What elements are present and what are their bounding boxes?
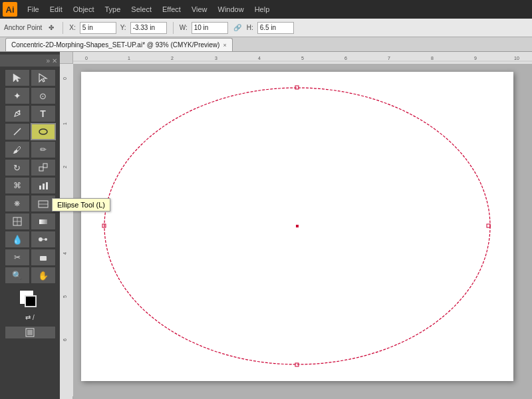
svg-text:6: 6 — [63, 338, 67, 341]
svg-text:5: 5 — [301, 56, 304, 61]
ruler-corner — [60, 52, 73, 64]
scissors-tool-button[interactable]: ✂ — [5, 249, 30, 266]
tool-row-1 — [5, 69, 56, 86]
menu-bar: Ai File Edit Object Type Select Effect V… — [0, 0, 532, 19]
app-logo: Ai — [3, 2, 17, 17]
svg-text:1: 1 — [63, 122, 67, 125]
toolbar: » ✕ ✦ ⊙ T — [0, 52, 60, 399]
svg-text:2: 2 — [171, 56, 174, 61]
svg-point-0 — [18, 110, 20, 112]
y-label: Y: — [120, 24, 126, 31]
constrain-icon[interactable]: 🔗 — [232, 23, 243, 33]
svg-text:3: 3 — [215, 56, 217, 61]
magic-wand-tool-button[interactable]: ✦ — [5, 87, 30, 104]
svg-rect-5 — [39, 186, 41, 190]
svg-text:7: 7 — [388, 56, 390, 61]
ellipse-tool-button[interactable] — [31, 123, 56, 140]
svg-text:0: 0 — [85, 56, 88, 61]
scale-tool-button[interactable] — [31, 159, 56, 176]
nil-icon: / — [33, 314, 35, 321]
anchor-point-label: Anchor Point — [4, 24, 42, 31]
svg-text:9: 9 — [474, 56, 477, 61]
h-input[interactable] — [257, 22, 294, 34]
tool-row-6: ↻ — [5, 159, 56, 176]
tool-row-8: ❋ — [5, 195, 56, 212]
menu-help[interactable]: Help — [250, 4, 275, 15]
lasso-tool-button[interactable]: ⊙ — [31, 87, 56, 104]
paintbrush-tool-button[interactable]: 🖌 — [5, 141, 30, 158]
rotate-tool-button[interactable]: ↻ — [5, 159, 30, 176]
h-label: H: — [247, 24, 253, 31]
x-input[interactable] — [80, 22, 116, 34]
anchor-point-icon: ✤ — [46, 23, 57, 33]
menu-select[interactable]: Select — [126, 4, 156, 15]
tool-row-3: T — [5, 105, 56, 122]
tool-row-7: ⌘ — [5, 177, 56, 194]
direct-selection-tool-button[interactable] — [31, 69, 56, 86]
pencil-tool-button[interactable]: ✏ — [31, 141, 56, 158]
hand-tool-button[interactable]: ✋ — [31, 267, 56, 284]
document-tab[interactable]: Concentric-2D-Morphing-Shapes_SET-UP.ai*… — [5, 38, 233, 51]
selection-tool-button[interactable] — [5, 69, 30, 86]
menu-effect[interactable]: Effect — [158, 4, 186, 15]
type-tool-button[interactable]: T — [31, 105, 56, 122]
w-label: W: — [180, 24, 188, 31]
control-bar: Anchor Point ✤ X: Y: W: 🔗 H: — [0, 19, 532, 37]
w-input[interactable] — [192, 22, 228, 34]
gradient-tool-button[interactable] — [31, 213, 56, 230]
svg-text:1: 1 — [128, 56, 130, 61]
document-canvas[interactable] — [81, 72, 513, 381]
svg-point-2 — [39, 129, 47, 134]
canvas-area[interactable]: 0 1 2 3 4 5 6 7 8 9 10 0 1 2 3 4 — [60, 52, 532, 399]
menu-window[interactable]: Window — [213, 4, 249, 15]
svg-text:0: 0 — [63, 77, 67, 80]
graph-tool-button[interactable] — [31, 177, 56, 194]
y-input[interactable] — [130, 22, 167, 34]
canvas-svg — [81, 72, 513, 381]
zoom-tool-button[interactable]: 🔍 — [5, 267, 30, 284]
svg-rect-4 — [43, 164, 47, 168]
eraser-tool-button[interactable] — [31, 249, 56, 266]
mesh-tool-button[interactable] — [5, 213, 30, 230]
svg-rect-19 — [27, 330, 33, 335]
svg-point-15 — [45, 238, 47, 241]
ruler-top: 0 1 2 3 4 5 6 7 8 9 10 — [73, 52, 532, 64]
screen-mode-button[interactable] — [5, 326, 56, 339]
column-graph-button[interactable] — [31, 195, 56, 212]
menu-file[interactable]: File — [23, 4, 44, 15]
eyedropper-tool-button[interactable]: 💧 — [5, 231, 30, 248]
tab-close-button[interactable]: × — [223, 42, 226, 49]
line-tool-button[interactable] — [5, 123, 30, 140]
svg-text:5: 5 — [63, 295, 67, 298]
menu-view[interactable]: View — [187, 4, 212, 15]
menu-type[interactable]: Type — [100, 4, 126, 15]
svg-rect-7 — [46, 182, 48, 190]
svg-text:4: 4 — [63, 252, 67, 255]
svg-text:8: 8 — [431, 56, 434, 61]
blend-tool-button[interactable] — [31, 231, 56, 248]
tool-row-2: ✦ ⊙ — [5, 87, 56, 104]
tool-row-11: ✂ — [5, 249, 56, 266]
tool-row-5: 🖌 ✏ — [5, 141, 56, 158]
tool-row-10: 💧 — [5, 231, 56, 248]
center-marker — [296, 225, 299, 227]
menu-edit[interactable]: Edit — [45, 4, 67, 15]
svg-rect-13 — [39, 219, 47, 224]
main-area: » ✕ ✦ ⊙ T — [0, 52, 532, 399]
svg-text:2: 2 — [63, 166, 67, 168]
pen-tool-button[interactable] — [5, 105, 30, 122]
svg-text:10: 10 — [514, 56, 519, 61]
svg-rect-17 — [40, 256, 47, 261]
stroke-color-box[interactable] — [25, 295, 37, 307]
svg-text:6: 6 — [344, 56, 347, 61]
svg-text:4: 4 — [258, 56, 261, 61]
symbol-sprayer-button[interactable]: ❋ — [5, 195, 30, 212]
svg-rect-6 — [43, 184, 45, 190]
color-swatch-area — [19, 290, 41, 311]
warp-tool-button[interactable]: ⌘ — [5, 177, 30, 194]
ruler-left: 0 1 2 3 4 5 6 — [60, 64, 73, 399]
svg-rect-3 — [39, 167, 43, 171]
anchor-right — [487, 224, 490, 227]
menu-object[interactable]: Object — [68, 4, 99, 15]
swap-colors-icon[interactable]: ⇄ — [25, 314, 31, 321]
